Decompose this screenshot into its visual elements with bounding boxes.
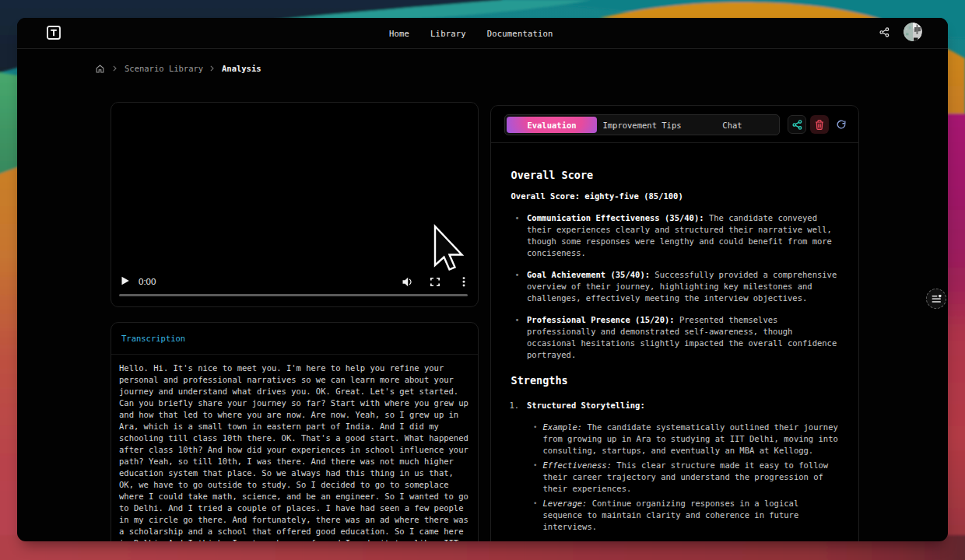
share-icon[interactable]	[875, 23, 893, 42]
breadcrumb-separator-icon	[210, 65, 214, 72]
divider	[111, 354, 478, 355]
breadcrumb-separator-icon	[113, 65, 117, 72]
list-item: Leverage: Continue organizing responses …	[527, 498, 839, 533]
list-item: Professional Presence (15/20): Presented…	[511, 314, 844, 361]
breadcrumb-home-icon[interactable]	[96, 65, 104, 73]
refresh-button[interactable]	[832, 115, 851, 134]
fullscreen-icon[interactable]	[430, 278, 440, 286]
nav-link-library[interactable]: Library	[430, 29, 466, 38]
video-player[interactable]: 0:00	[111, 102, 479, 307]
analysis-header: Evaluation Improvement Tips Chat	[491, 106, 858, 143]
analysis-card: Evaluation Improvement Tips Chat	[490, 105, 859, 541]
list-item: Goal Achievement (35/40): Successfully p…	[511, 269, 844, 304]
list-item: Effectiveness: This clear structure made…	[527, 460, 839, 495]
nav-links: Home Library Documentation	[389, 18, 553, 49]
feedback-widget-button[interactable]	[926, 289, 946, 309]
mouse-cursor	[430, 224, 468, 277]
strength-bullet-list: Example: The candidate systematically ou…	[527, 422, 844, 533]
transcription-text: Hello. Hi. It's nice to meet you. I'm he…	[119, 362, 471, 541]
tab-improvement-tips[interactable]: Improvement Tips	[597, 117, 687, 133]
video-progress-bar[interactable]	[119, 294, 468, 296]
nav-link-home[interactable]: Home	[389, 29, 409, 38]
breadcrumb: Scenario Library Analysis	[17, 50, 948, 81]
tab-chat[interactable]: Chat	[687, 117, 777, 133]
app-logo[interactable]: T	[47, 26, 61, 40]
overall-score-heading: Overall Score	[511, 169, 844, 181]
strengths-heading: Strengths	[511, 374, 844, 387]
score-bullet-list: Communication Effectiveness (35/40): The…	[511, 212, 844, 361]
strengths-item: 1.Structured Storytelling:	[510, 400, 844, 411]
delete-button[interactable]	[810, 115, 829, 134]
transcription-title: Transcription	[121, 334, 185, 343]
volume-icon[interactable]	[402, 277, 413, 287]
analysis-content: Overall Score Overall Score: eighty-five…	[511, 143, 844, 536]
list-item: Communication Effectiveness (35/40): The…	[511, 212, 844, 259]
analysis-tabs: Evaluation Improvement Tips Chat	[504, 114, 780, 135]
tab-evaluation[interactable]: Evaluation	[507, 117, 597, 133]
app-window: T Home Library Documentation	[17, 18, 948, 541]
navbar: T Home Library Documentation	[17, 18, 948, 49]
overall-score-line: Overall Score: eighty-five (85/100)	[511, 191, 844, 202]
user-avatar[interactable]	[904, 23, 922, 41]
video-time: 0:00	[139, 277, 156, 286]
breadcrumb-parent[interactable]: Scenario Library	[125, 64, 203, 73]
nav-link-documentation[interactable]: Documentation	[487, 29, 553, 38]
play-icon[interactable]	[121, 276, 130, 285]
share-analysis-button[interactable]	[788, 115, 806, 134]
breadcrumb-current: Analysis	[222, 64, 261, 73]
transcription-card: Transcription Hello. Hi. It's nice to me…	[111, 322, 479, 541]
overflow-menu-icon[interactable]	[462, 277, 465, 287]
list-item: Example: The candidate systematically ou…	[527, 422, 839, 457]
